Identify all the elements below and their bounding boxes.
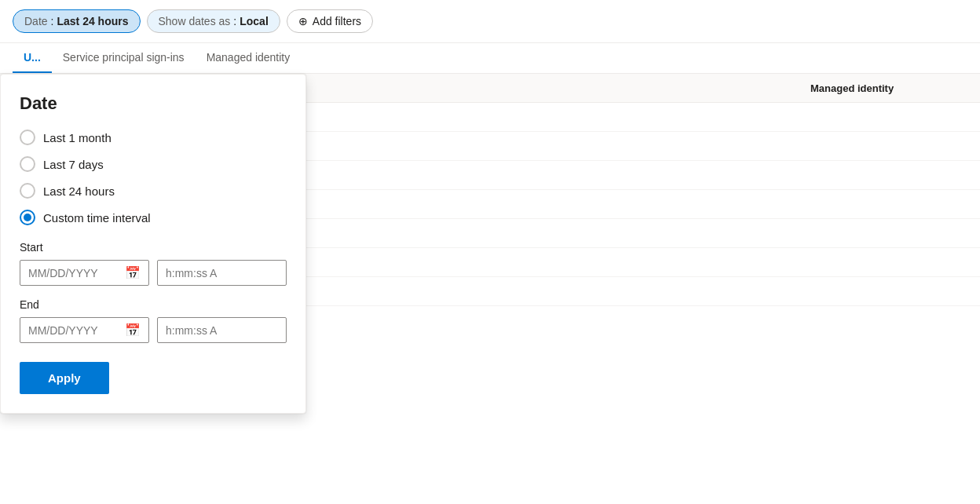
start-time-input-wrapper[interactable] — [157, 260, 287, 286]
tab-managed-identity[interactable]: Managed identity — [196, 43, 302, 73]
radio-circle-custom-time — [20, 210, 35, 225]
add-filters-icon: ⊕ — [298, 15, 308, 27]
main-area: ↓ Application ↑↓ Status Managed identity… — [0, 74, 980, 504]
add-filters-button[interactable]: ⊕ Add filters — [287, 9, 373, 33]
start-label: Start — [20, 241, 287, 254]
tab-service-principal[interactable]: Service principal sign-ins — [52, 43, 196, 73]
date-chip-value: Last 24 hours — [57, 15, 128, 27]
radio-group: Last 1 month Last 7 days Last 24 hours C… — [20, 130, 287, 225]
show-dates-value: Local — [240, 15, 269, 27]
tabs-row: U... Service principal sign-ins Managed … — [0, 43, 980, 74]
start-date-input[interactable] — [28, 267, 125, 279]
end-label: End — [20, 298, 287, 311]
tab-users[interactable]: U... — [13, 43, 52, 73]
end-date-input-row: 📅 — [20, 317, 287, 343]
radio-last-24-hours[interactable]: Last 24 hours — [20, 183, 287, 199]
show-dates-colon: : — [233, 15, 236, 27]
end-date-input-wrapper[interactable]: 📅 — [20, 317, 149, 343]
end-calendar-icon[interactable]: 📅 — [125, 323, 141, 338]
radio-circle-last-1-month — [20, 130, 35, 145]
radio-label-last-24-hours: Last 24 hours — [43, 184, 115, 198]
start-calendar-icon[interactable]: 📅 — [125, 265, 141, 280]
show-dates-label: Show dates as — [159, 15, 231, 27]
show-dates-chip[interactable]: Show dates as : Local — [147, 9, 280, 33]
start-date-input-row: 📅 — [20, 260, 287, 286]
end-date-input[interactable] — [28, 324, 125, 337]
radio-custom-time[interactable]: Custom time interval — [20, 210, 287, 225]
filter-bar: Date : Last 24 hours Show dates as : Loc… — [0, 0, 980, 43]
apply-button[interactable]: Apply — [20, 362, 109, 394]
radio-last-1-month[interactable]: Last 1 month — [20, 130, 287, 145]
date-chip-label: Date — [24, 15, 48, 27]
end-time-input[interactable] — [166, 324, 278, 337]
radio-label-custom-time: Custom time interval — [43, 211, 151, 225]
date-chip-colon: : — [51, 15, 54, 27]
start-date-input-wrapper[interactable]: 📅 — [20, 260, 149, 286]
radio-circle-last-7-days — [20, 156, 35, 172]
date-filter-chip[interactable]: Date : Last 24 hours — [13, 9, 141, 33]
start-date-section: Start 📅 — [20, 241, 287, 286]
managed-identity-column-header: Managed identity — [810, 82, 967, 94]
add-filters-label: Add filters — [313, 15, 361, 27]
radio-label-last-7-days: Last 7 days — [43, 158, 104, 171]
end-time-input-wrapper[interactable] — [157, 317, 287, 343]
radio-last-7-days[interactable]: Last 7 days — [20, 156, 287, 172]
radio-label-last-1-month: Last 1 month — [43, 131, 112, 144]
start-time-input[interactable] — [166, 267, 278, 279]
managed-identity-header-label: Managed identity — [810, 82, 894, 94]
radio-circle-last-24-hours — [20, 183, 35, 199]
date-dropdown-panel: Date Last 1 month Last 7 days Last 24 ho… — [0, 74, 306, 414]
end-date-section: End 📅 — [20, 298, 287, 343]
dropdown-title: Date — [20, 93, 287, 114]
